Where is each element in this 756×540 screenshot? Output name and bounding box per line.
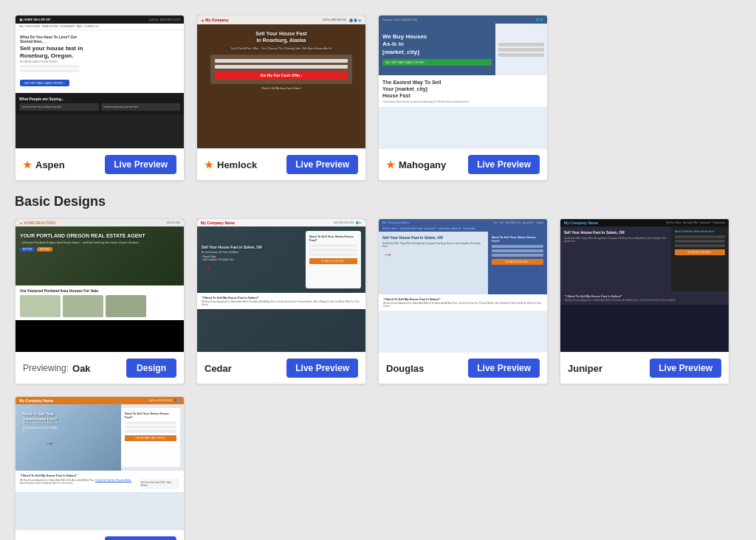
template-card-douglas: My Company Name Firm · Sell · Cash Offer… bbox=[378, 218, 548, 384]
template-label-hemlock: Hemlock bbox=[217, 159, 257, 170]
template-label-mahogany: Mahogany bbox=[399, 159, 446, 170]
template-name-oak: Previewing: Oak bbox=[23, 363, 91, 374]
live-preview-button-madrone[interactable]: Live Preview bbox=[105, 536, 176, 540]
live-preview-button-hemlock[interactable]: Live Preview bbox=[286, 155, 358, 174]
template-name-juniper: Juniper bbox=[568, 363, 602, 374]
design-button-oak[interactable]: Design bbox=[126, 359, 176, 378]
template-name-aspen: ★ Aspen bbox=[23, 159, 65, 170]
live-preview-button-douglas[interactable]: Live Preview bbox=[468, 359, 540, 378]
template-card-aspen: 🏠 HOME SELLER OR Call Us: (000) 000-1234… bbox=[15, 15, 185, 181]
template-card-mahogany: Company Call Us: (000) 000-1234 📘 🐦 We B… bbox=[378, 15, 548, 181]
previewing-text-oak: Previewing: bbox=[23, 363, 69, 373]
template-label-douglas: Douglas bbox=[386, 363, 424, 374]
star-icon-mahogany: ★ bbox=[386, 159, 395, 170]
template-label-juniper: Juniper bbox=[568, 363, 602, 374]
template-label-cedar: Cedar bbox=[205, 363, 232, 374]
template-footer-mahogany: ★ Mahogany Live Preview bbox=[379, 148, 547, 180]
star-icon-aspen: ★ bbox=[23, 159, 32, 170]
template-footer-oak: Previewing: Oak Design bbox=[16, 352, 184, 384]
template-footer-juniper: Juniper Live Preview bbox=[560, 352, 729, 384]
template-preview-oak: ▲ ACME REALTORS 503-555-1234 YOUR PORTLA… bbox=[16, 219, 184, 352]
template-footer-madrone: ★ Madrone Live Preview bbox=[16, 530, 184, 540]
template-label-aspen: Aspen bbox=[35, 159, 65, 170]
live-preview-button-juniper[interactable]: Live Preview bbox=[650, 359, 721, 378]
template-name-hemlock: ★ Hemlock bbox=[205, 159, 257, 170]
template-preview-douglas: My Company Name Firm · Sell · Cash Offer… bbox=[379, 219, 547, 352]
template-card-oak: ▲ ACME REALTORS 503-555-1234 YOUR PORTLA… bbox=[15, 218, 185, 384]
previewing-name-oak: Oak bbox=[72, 363, 91, 374]
template-name-cedar: Cedar bbox=[205, 363, 232, 374]
template-preview-mahogany: Company Call Us: (000) 000-1234 📘 🐦 We B… bbox=[379, 15, 547, 148]
template-footer-douglas: Douglas Live Preview bbox=[379, 352, 547, 384]
template-card-madrone: My Company Name Call Us: (000) 000-1234 … bbox=[15, 396, 185, 540]
template-preview-cedar: My Company Name Call: (000) 000-1234 📘🐦 … bbox=[197, 219, 365, 352]
template-card-juniper: My Company Name Sell Your Home · Get Cas… bbox=[560, 218, 729, 384]
template-footer-aspen: ★ Aspen Live Preview bbox=[16, 148, 184, 180]
template-name-douglas: Douglas bbox=[386, 363, 424, 374]
template-preview-aspen: 🏠 HOME SELLER OR Call Us: (000) 000-1234… bbox=[16, 15, 184, 148]
basic-designs-title: Basic Designs bbox=[15, 194, 741, 210]
template-footer-hemlock: ★ Hemlock Live Preview bbox=[197, 148, 365, 180]
template-preview-juniper: My Company Name Sell Your Home · Get Cas… bbox=[560, 219, 729, 352]
template-preview-madrone: My Company Name Call Us: (000) 000-1234 … bbox=[16, 397, 184, 530]
live-preview-button-mahogany[interactable]: Live Preview bbox=[468, 155, 540, 174]
template-footer-cedar: Cedar Live Preview bbox=[197, 352, 365, 384]
live-preview-button-cedar[interactable]: Live Preview bbox=[286, 359, 358, 378]
live-preview-button-aspen[interactable]: Live Preview bbox=[105, 155, 176, 174]
star-icon-hemlock: ★ bbox=[205, 159, 213, 170]
template-card-hemlock: ▲ My Company Call Us: (000) 000-1234 🔵 📘… bbox=[196, 15, 366, 181]
template-preview-hemlock: ▲ My Company Call Us: (000) 000-1234 🔵 📘… bbox=[197, 15, 365, 148]
template-name-mahogany: ★ Mahogany bbox=[386, 159, 446, 170]
template-card-cedar: My Company Name Call: (000) 000-1234 📘🐦 … bbox=[196, 218, 366, 384]
